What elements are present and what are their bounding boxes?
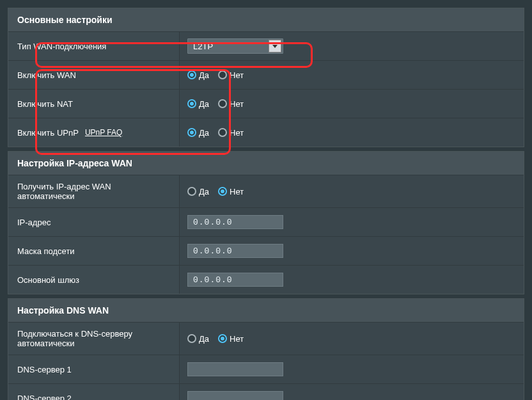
wan-type-select[interactable]: L2TP — [187, 38, 283, 54]
ip-address-row: IP-адрес — [8, 208, 524, 237]
wan-type-label: Тип WAN-подключения — [8, 32, 180, 60]
dns-settings-header: Настройка DNS WAN — [8, 299, 524, 323]
enable-nat-yes[interactable]: Да — [187, 99, 209, 109]
auto-dns-yes[interactable]: Да — [187, 334, 209, 344]
auto-ip-yes[interactable]: Да — [187, 187, 209, 196]
upnp-faq-link[interactable]: UPnP FAQ — [85, 128, 122, 137]
subnet-mask-input[interactable] — [187, 244, 283, 258]
auto-ip-label: Получить IP-адрес WAN автоматически — [8, 175, 180, 207]
ip-settings-panel: Настройка IP-адреса WAN Получить IP-адре… — [8, 151, 524, 294]
enable-wan-no[interactable]: Нет — [218, 70, 244, 80]
gateway-input[interactable] — [187, 273, 283, 287]
auto-ip-no[interactable]: Нет — [218, 187, 244, 196]
dns-settings-panel: Настройка DNS WAN Подключаться к DNS-сер… — [8, 298, 524, 400]
wan-type-value: L2TP — [193, 42, 269, 51]
ip-address-input[interactable] — [187, 215, 283, 229]
enable-nat-label: Включить NAT — [8, 90, 180, 118]
auto-ip-row: Получить IP-адрес WAN автоматически Да Н… — [8, 175, 524, 208]
subnet-mask-row: Маска подсети — [8, 237, 524, 266]
gateway-row: Основной шлюз — [8, 266, 524, 294]
chevron-down-icon — [269, 40, 281, 52]
enable-wan-yes[interactable]: Да — [187, 70, 209, 80]
enable-upnp-yes[interactable]: Да — [187, 128, 209, 138]
enable-nat-no[interactable]: Нет — [218, 99, 244, 109]
ip-settings-header: Настройка IP-адреса WAN — [8, 152, 524, 175]
subnet-mask-label: Маска подсети — [8, 237, 180, 265]
enable-upnp-label: Включить UPnP — [17, 128, 79, 138]
main-settings-header: Основные настройки — [8, 8, 524, 32]
dns1-row: DNS-сервер 1 — [8, 355, 524, 384]
dns2-label: DNS-сервер 2 — [8, 384, 180, 400]
dns2-input[interactable] — [187, 391, 283, 400]
dns1-input[interactable] — [187, 362, 283, 376]
enable-wan-label: Включить WAN — [8, 61, 180, 89]
gateway-label: Основной шлюз — [8, 266, 180, 294]
enable-upnp-row: Включить UPnP UPnP FAQ Да Нет — [8, 118, 524, 147]
auto-dns-label: Подключаться к DNS-серверу автоматически — [8, 323, 180, 355]
wan-type-row: Тип WAN-подключения L2TP — [8, 32, 524, 61]
enable-wan-row: Включить WAN Да Нет — [8, 61, 524, 90]
auto-dns-row: Подключаться к DNS-серверу автоматически… — [8, 323, 524, 355]
dns1-label: DNS-сервер 1 — [8, 355, 180, 383]
enable-nat-row: Включить NAT Да Нет — [8, 90, 524, 118]
auto-dns-no[interactable]: Нет — [218, 334, 244, 344]
dns2-row: DNS-сервер 2 — [8, 384, 524, 400]
enable-upnp-no[interactable]: Нет — [218, 128, 244, 138]
ip-address-label: IP-адрес — [8, 208, 180, 236]
main-settings-panel: Основные настройки Тип WAN-подключения L… — [8, 8, 524, 147]
